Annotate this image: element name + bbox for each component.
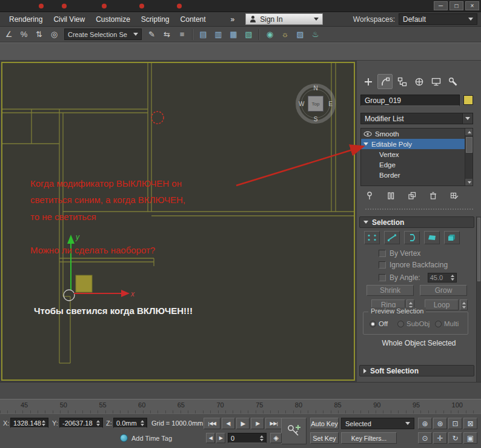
align-icon[interactable]: ≡: [175, 28, 189, 41]
viewcube-south[interactable]: S: [314, 116, 318, 122]
polygon-mode-button[interactable]: [424, 231, 440, 244]
z-coordinate-field[interactable]: 0.0mm: [113, 418, 147, 428]
timeline-ruler[interactable]: 45 50 55 60 65 70 75 80 85 90 95 100: [0, 399, 481, 413]
scroll-down-icon[interactable]: [465, 179, 473, 186]
viewcube-top-face[interactable]: Top: [308, 96, 323, 112]
sign-in-dropdown[interactable]: Sign In: [245, 13, 323, 25]
rendered-frame-window-icon[interactable]: ▨: [293, 28, 307, 41]
scene-explorer-icon[interactable]: ▥: [211, 28, 225, 41]
by-angle-checkbox[interactable]: By Angle: 45.0: [379, 273, 457, 283]
edge-mode-button[interactable]: [384, 231, 400, 244]
selected-object-square[interactable]: [76, 275, 92, 292]
next-frame-button[interactable]: |▶: [251, 418, 264, 429]
stack-row-smooth[interactable]: Smooth: [361, 129, 465, 139]
object-name-field[interactable]: Group_019: [360, 95, 460, 106]
zoom-extents-icon[interactable]: ⊡: [448, 418, 462, 429]
radio-icon[interactable]: [435, 321, 442, 327]
tab-motion[interactable]: [411, 74, 426, 89]
show-end-result-button[interactable]: [383, 189, 399, 202]
schematic-view-icon[interactable]: ▧: [242, 28, 256, 41]
x-coordinate-field[interactable]: 1328.148: [10, 418, 48, 428]
set-keys-button[interactable]: [281, 418, 307, 444]
zoom-icon[interactable]: ⊕: [418, 418, 432, 429]
loop-spinner[interactable]: [460, 299, 468, 310]
render-setup-icon[interactable]: ☼: [278, 28, 292, 41]
key-mode-toggle-button[interactable]: ◈: [270, 433, 282, 443]
element-mode-button[interactable]: [444, 231, 460, 244]
make-unique-button[interactable]: [404, 189, 420, 202]
menu-content[interactable]: Content: [175, 13, 211, 25]
orbit-icon[interactable]: ↻: [448, 432, 462, 444]
object-color-swatch[interactable]: [463, 95, 473, 105]
workspace-dropdown[interactable]: Default: [399, 13, 477, 25]
render-production-icon[interactable]: ♨: [308, 28, 322, 41]
radio-icon[interactable]: [370, 321, 376, 327]
selection-rollout-header[interactable]: Selection: [359, 216, 474, 228]
visibility-eye-icon[interactable]: [363, 131, 372, 137]
radio-icon[interactable]: [397, 321, 404, 327]
shrink-button[interactable]: Shrink: [367, 285, 414, 296]
tab-hierarchy[interactable]: [394, 74, 410, 89]
pan-icon[interactable]: ✛: [433, 432, 447, 444]
go-to-start-button[interactable]: |◀◀: [204, 418, 221, 429]
named-selection-set-combo[interactable]: Create Selection Se: [64, 28, 142, 40]
scroll-up-icon[interactable]: [465, 129, 473, 135]
soft-selection-rollout-header[interactable]: Soft Selection: [359, 365, 474, 376]
tab-display[interactable]: [428, 74, 443, 89]
play-button[interactable]: ▶: [236, 418, 250, 429]
previous-frame-button[interactable]: ◀|: [222, 418, 235, 429]
checkbox-icon[interactable]: [379, 250, 386, 257]
menu-scripting[interactable]: Scripting: [136, 13, 175, 25]
maximize-button[interactable]: □: [449, 1, 463, 10]
select-and-link-icon[interactable]: ∠: [2, 28, 16, 41]
go-to-end-button[interactable]: ▶▶|: [265, 418, 282, 429]
viewcube[interactable]: N S W E Top: [296, 84, 336, 124]
stack-row-clipped[interactable]: [361, 180, 465, 186]
loop-button[interactable]: Loop: [425, 299, 459, 310]
zoom-all-icon[interactable]: ⊛: [433, 418, 447, 429]
panel-resize-grip[interactable]: [365, 209, 473, 210]
auto-key-button[interactable]: Auto Key: [310, 418, 339, 429]
menu-rendering[interactable]: Rendering: [4, 13, 48, 25]
current-frame-field[interactable]: 0: [228, 433, 267, 443]
preview-subobj-radio[interactable]: SubObj: [397, 320, 430, 327]
menu-customize[interactable]: Customize: [90, 13, 136, 25]
frame-spinner[interactable]: [260, 435, 264, 441]
angle-spinner[interactable]: [451, 275, 454, 281]
checkbox-icon[interactable]: [379, 261, 386, 269]
add-time-tag[interactable]: Add Time Tag: [120, 434, 172, 442]
curve-editor-icon[interactable]: ▦: [227, 28, 240, 41]
selection-filter-dropdown[interactable]: Selected: [341, 418, 414, 429]
viewcube-north[interactable]: N: [313, 85, 317, 92]
viewcube-west[interactable]: W: [299, 101, 304, 107]
grow-button[interactable]: Grow: [420, 285, 467, 296]
maximize-viewport-icon[interactable]: ▣: [463, 432, 477, 444]
expand-triangle-icon[interactable]: [363, 142, 368, 145]
x-spinner[interactable]: [42, 420, 45, 426]
vertex-mode-button[interactable]: [364, 231, 380, 244]
bind-to-space-warp-icon[interactable]: ⇅: [32, 28, 46, 41]
modifier-list-dropdown[interactable]: Modifier List: [360, 113, 473, 124]
configure-modifier-sets-button[interactable]: [446, 189, 462, 202]
ignore-backfacing-checkbox[interactable]: Ignore Backfacing: [379, 261, 448, 269]
tab-create[interactable]: [360, 74, 376, 89]
stack-row-border[interactable]: Border: [361, 170, 465, 180]
scrollbar-thumb[interactable]: [477, 218, 480, 281]
command-panel-scrollbar[interactable]: [476, 216, 481, 382]
preview-off-radio[interactable]: Off: [370, 320, 388, 327]
menu-civil-view[interactable]: Civil View: [48, 13, 90, 25]
layer-explorer-icon[interactable]: ▤: [196, 28, 210, 41]
viewcube-east[interactable]: E: [328, 101, 333, 107]
tab-utilities[interactable]: [445, 74, 460, 89]
angle-value-field[interactable]: 45.0: [428, 273, 457, 283]
stack-row-edge[interactable]: Edge: [361, 159, 465, 170]
remove-modifier-button[interactable]: [425, 189, 441, 202]
by-vertex-checkbox[interactable]: By Vertex: [379, 249, 420, 258]
menu-overflow-chevrons[interactable]: »: [227, 13, 239, 25]
nudge-right-button[interactable]: ▶: [216, 433, 225, 443]
zoom-region-icon[interactable]: ⊠: [463, 418, 477, 429]
edit-named-sets-icon[interactable]: ✎: [145, 28, 159, 41]
z-spinner[interactable]: [141, 420, 144, 426]
material-editor-icon[interactable]: ◉: [263, 28, 277, 41]
y-spinner[interactable]: [96, 420, 100, 426]
